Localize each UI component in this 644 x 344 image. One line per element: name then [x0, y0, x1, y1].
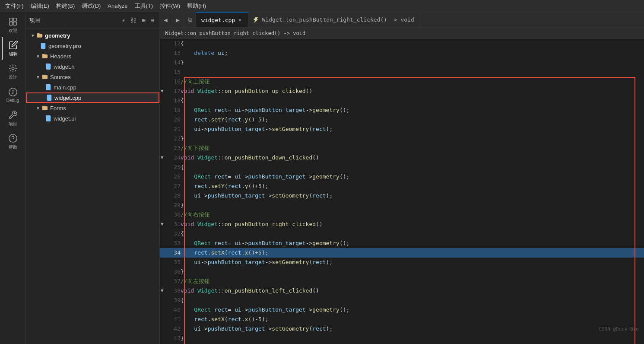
tree-item-main-cpp[interactable]: main.cpp [26, 82, 159, 92]
sidebar-project-label: 项目 [9, 121, 17, 127]
code-line-34: 34 rect.setX(rect.x()+5); [160, 248, 644, 258]
ln-35: 35 [160, 258, 181, 267]
tree-label-geometry-pro: geometry.pro [48, 43, 159, 49]
folder-icon-forms [41, 105, 48, 111]
menu-tools[interactable]: 工具(T) [131, 1, 157, 11]
sidebar-item-edit[interactable]: 编辑 [2, 37, 24, 60]
tree-arrow-geometry: ▼ [29, 32, 36, 39]
sidebar-item-help[interactable]: 帮助 [2, 131, 24, 153]
tree-item-widget-ui[interactable]: widget.ui [26, 113, 159, 124]
menubar: 文件(F) 编辑(E) 构建(B) 调试(D) Analyze 工具(T) 控件… [0, 0, 644, 12]
menu-help[interactable]: 帮助(H) [184, 1, 209, 11]
menu-debug[interactable]: 调试(D) [78, 1, 104, 11]
code-32: { [181, 229, 644, 239]
tab-widget-cpp[interactable]: widget.cpp ✕ [196, 12, 248, 27]
tab-nav-back[interactable]: ◀ [160, 12, 172, 27]
code-line-12: 12 { [160, 39, 644, 48]
ln-25: 25 [160, 162, 181, 172]
code-editor[interactable]: 12 { 13 delete ui; 14 } [160, 39, 644, 344]
tree-label-geometry: geometry [45, 32, 159, 39]
sidebar-item-debug[interactable]: Debug [2, 84, 24, 106]
folder-icon-geometry [36, 32, 43, 39]
tab-nav-forward[interactable]: ▶ [172, 12, 184, 27]
tree-item-geometry-root[interactable]: ▼ geometry [26, 30, 159, 41]
tab-widget-cpp-close[interactable]: ✕ [238, 16, 242, 24]
ln-42: 42 [160, 324, 181, 334]
tree-label-sources: Sources [50, 74, 159, 80]
menu-controls[interactable]: 控件(W) [156, 1, 184, 11]
tab-nav-split[interactable]: ⧉ [184, 12, 196, 27]
tree-arrow-headers: ▼ [35, 53, 41, 60]
expand-btn[interactable]: ⊞ [140, 16, 147, 25]
ln-39: 39 [160, 296, 181, 305]
link-btn[interactable]: ⛓ [129, 16, 138, 25]
file-tree-title: 项目 [29, 16, 41, 24]
tree-item-geometry-pro[interactable]: geometry.pro [26, 41, 159, 51]
file-tree-panel: 项目 ⚡ ⛓ ⊞ ⊟ ▼ geometry geome [26, 12, 160, 344]
menu-build[interactable]: 构建(B) [53, 1, 78, 11]
menu-edit[interactable]: 编辑(E) [27, 1, 53, 11]
code-line-18: 18 { [160, 96, 644, 105]
tree-item-widget-cpp[interactable]: widget.cpp [26, 92, 159, 103]
ln-24: ▼24 [160, 153, 181, 162]
tree-item-widget-h[interactable]: widget.h [26, 61, 159, 72]
file-tree-header: 项目 ⚡ ⛓ ⊞ ⊟ [26, 12, 159, 29]
code-line-27: 27 rect.setY(rect.y()+5); [160, 182, 644, 191]
code-23: //向下按钮 [181, 143, 644, 153]
breadcrumb-text: Widget::on_pushButton_right_clicked() ->… [165, 30, 305, 36]
sidebar-item-design[interactable]: 设计 [2, 61, 24, 83]
code-line-21: 21 ui->pushButton_target->setGeometry(re… [160, 124, 644, 134]
ln-33: 33 [160, 239, 181, 248]
sidebar-help-label: 帮助 [9, 144, 17, 150]
svg-rect-3 [13, 22, 16, 25]
watermark: CSDN @Duck Bro [599, 326, 639, 332]
code-24: void Widget::on_pushButton_down_clicked(… [181, 153, 644, 162]
ln-43: 43 [160, 334, 181, 343]
tree-item-sources[interactable]: ▼ Sources [26, 72, 159, 82]
code-37: //向左按钮 [181, 277, 644, 286]
tree-item-headers[interactable]: ▼ Headers [26, 51, 159, 61]
tree-item-forms[interactable]: ▼ Forms [26, 103, 159, 113]
menu-file[interactable]: 文件(F) [2, 1, 27, 11]
code-line-26: 26 QRect rect= ui->pushButton_target->ge… [160, 172, 644, 182]
ln-31: ▼31 [160, 220, 181, 229]
code-33: QRect rect= ui->pushButton_target->geome… [181, 239, 644, 248]
tab-function-label: Widget::on_pushButton_right_clicked() ->… [262, 16, 414, 23]
ln-38: ▼38 [160, 286, 181, 296]
ln-12: 12 [160, 39, 181, 48]
menu-analyze[interactable]: Analyze [104, 2, 131, 10]
file-icon-widget-h [45, 63, 52, 70]
code-line-30: 30 //向右按钮 [160, 210, 644, 220]
code-line-37: 37 //向左按钮 [160, 277, 644, 286]
tab-function-sig[interactable]: Widget::on_pushButton_right_clicked() ->… [248, 12, 420, 27]
code-29: } [181, 201, 644, 210]
code-25: { [181, 162, 644, 172]
function-icon [254, 17, 260, 23]
sidebar-icons: 欢迎 编辑 设计 Debug 项目 [0, 12, 26, 344]
code-line-20: 20 rect.setY(rect.y()-5); [160, 115, 644, 124]
file-icon-widget-ui [45, 115, 52, 122]
ln-32: 32 [160, 229, 181, 239]
filter-btn[interactable]: ⚡ [120, 16, 127, 25]
code-line-42: 42 ui->pushButton_target->setGeometry(re… [160, 324, 644, 334]
collapse-btn[interactable]: ⊟ [149, 16, 156, 25]
sidebar-debug-label: Debug [6, 98, 19, 103]
code-13: delete ui; [181, 48, 644, 58]
code-18: { [181, 96, 644, 105]
sidebar-item-project[interactable]: 项目 [2, 107, 24, 130]
code-line-14: 14 } [160, 58, 644, 67]
ln-37: 37 [160, 277, 181, 286]
code-31: void Widget::on_pushButton_right_clicked… [181, 220, 644, 229]
code-30: //向右按钮 [181, 210, 644, 220]
sidebar-item-welcome[interactable]: 欢迎 [2, 14, 24, 36]
code-line-33: 33 QRect rect= ui->pushButton_target->ge… [160, 239, 644, 248]
ln-27: 27 [160, 182, 181, 191]
ln-17: ▼17 [160, 86, 181, 96]
code-21: ui->pushButton_target->setGeometry(rect)… [181, 124, 644, 134]
tree-label-widget-ui: widget.ui [54, 115, 159, 122]
svg-rect-1 [13, 18, 16, 21]
folder-icon-headers [41, 53, 48, 60]
code-line-38: ▼38 void Widget::on_pushButton_left_clic… [160, 286, 644, 296]
code-line-40: 40 QRect rect= ui->pushButton_target->ge… [160, 305, 644, 315]
tab-bar: ◀ ▶ ⧉ widget.cpp ✕ Widget::on_pushButton… [160, 12, 644, 28]
